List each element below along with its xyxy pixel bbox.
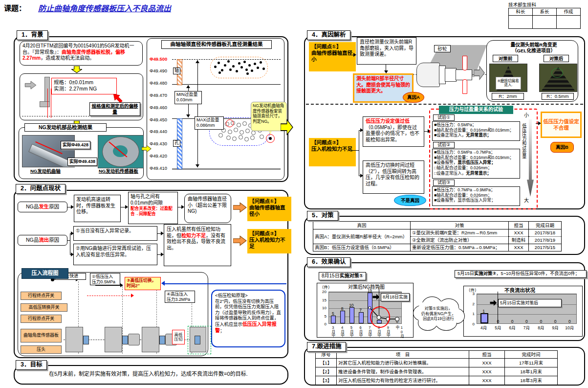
fu-row: 【3】 对压入机低压检知力有效性的检定方法进行研讨。 XXX 18年3月末 [316,376,558,385]
bar-xlabel: 5月中 [349,325,353,338]
probe-wear-note: R磨损切屑易进入. [496,77,521,90]
approval-cell-empty [533,16,557,29]
before-label: 对策前 [493,55,518,62]
section6-tab: 6．效果确认 [307,257,350,267]
occurrence-cause-text: NG品发生原因 [26,204,59,210]
label-sensor-plate: 曲轴角度传感器板 [21,329,62,342]
cloud-text: 对策①实施后，仍有偶发NG产生，因此8月19日进行 [414,302,463,325]
cm-date: 2017/8/19 [529,237,562,244]
red-dashed-connector [87,296,132,296]
bar-xlabel: 7月 [520,325,534,331]
black-right-arrow [490,300,497,306]
bar-xlabel: 9月 [548,325,562,331]
bar-xlabel: 4月中 [340,325,344,338]
section4-tab: 4．真因解析 [307,30,350,40]
hole-data-point [245,129,250,133]
arrowhead [196,164,199,167]
bar-chart-ytick: 1 [467,312,475,317]
exp-line: ■设备报警，显示低压压入异常； [434,198,518,203]
min-interference-box: MIN过盈量 0.03mm [174,91,202,104]
root-cause-a-badge: 真因A [403,92,424,103]
cm-measure: ②全数测定（流出防止对策） [411,237,509,244]
incident-description-box: 4月20日TFTM返回编号为00154901的5GR发动机一台。『异常现象』：曲… [20,41,143,66]
yellow-down-arrow [71,66,82,73]
report-page: 课题： 防止曲轴角度传感器板压入不良品流出 技术部生技科 科长 系长 作成 1．… [0,0,588,388]
shaft-data-point [248,64,251,67]
principle-text-end: ； [220,328,224,333]
dept-label: 技术部生技科 [508,2,536,8]
outflow-cause-box: NG品流出原因 [18,235,67,246]
yellow-right-arrow [142,145,152,153]
cm-row: 真因B：低压压力设定值低（0.5MPa） 重新设定低压压力值：0.5MPa→0.… [313,244,562,251]
cm-header-date: 完成日期 [529,222,562,229]
orange-right-arrow [233,202,247,213]
cm-cause-b: 真因B：低压压力设定值低（0.5MPa） [313,244,411,251]
arrowhead [186,114,190,117]
black-right-arrow [372,294,380,300]
topic-label: 课题： [4,4,26,13]
bar-xlabel: 9月中 [386,325,390,338]
arrowhead [186,85,190,88]
orange-right-arrow [233,235,247,247]
gray-right-arrow [24,81,38,90]
cause-a-box: 直径检测量仪测头前端R角部磨损，夹入切屑，导致测量误差。 [357,37,416,65]
section5-tab: 5．对策 [307,211,338,221]
shaft-data-point [251,69,253,72]
occurrence-cause-box: NG品发生原因 [18,202,67,212]
problem1-box: 【问题点①】 曲轴传感器轴直径小 [247,197,291,221]
cm-cause-a: 真因A：量仪测头前端R部半径大（R=2mm） [313,229,411,244]
sensor-plate-foot [40,101,50,107]
bar-xlabel: 6月 [505,325,520,331]
offset-diagram-box: 规格：0±0.01mm 实测：2.27mm NG 规格值和测定后的偏移量 [20,73,143,120]
press-piece [83,336,89,344]
bar-xlabel: 10月中 [395,325,404,338]
actual-diameter-callout-2: 实际Φ49.438 [67,158,97,166]
root-cause-divider [306,104,583,105]
max-interference-box: MAX过盈量 0.086mm [195,116,224,130]
shaft-data-point [260,61,262,64]
measure2-date-label: 5月15日实施对策②，5~10月份低压异常0件，不良流出0件； [455,270,587,278]
probe-r-highlight [551,68,563,78]
page-title: 防止曲轴角度传感器板压入不良品流出 [38,4,171,14]
may15-callout: 5月15日实施对策后 [498,299,562,307]
problem2-title: 【问题点②】 [249,230,289,237]
red-arrowhead [131,294,134,297]
hole-data-point [234,128,238,132]
center-axis-line [22,116,141,116]
cm-header-cause: 真因 [313,222,411,229]
hole-data-point [250,136,255,140]
hole-data-point [237,123,241,127]
probe-photo-before: R磨损切屑易进入. [489,64,527,92]
shaft-data-point [243,61,246,63]
switch-label-origin: 行程原点开关 [21,315,62,323]
bar-value-label: 0 [563,319,577,324]
press-station-fixture [65,327,83,352]
incident-text-post: ，造成发动机无法启动。 [41,55,94,61]
goal-text: 在5月末前，制定并实施有效对策，提高压入机检知力，达成不良流出件数=0的目标. [49,371,248,378]
bar-value-label: 0 [534,319,548,324]
shaft-data-point [245,68,248,71]
callout-pointer-line [379,287,379,315]
bar-chart-ytick: 5 [319,314,327,319]
exp-line: □轴孔配合过盈量：0.026mm； [434,165,518,171]
crankshaft-body [416,63,440,87]
fu-header-item: 项 目 [337,351,469,359]
fu-date: 18年1月末 [505,367,558,376]
exp1-box: ■低压压力：0.5MPa； ■轴孔配合过盈量：0.016mm和0.019mm； … [432,121,520,141]
exp-line: ■设备正常压入，无异常显示； [434,133,518,138]
measurement-ytick: Φ49.460 [150,105,171,111]
axis-caption: 低压压力和过盈量 [521,123,526,192]
hole-data-point [240,130,244,135]
gridline-49412 [172,168,281,170]
cm-date: 2017/5/15 [529,244,562,251]
approval-col-kacho: 科长 [509,8,533,16]
cm-date: 2017/8/18 [529,229,562,237]
comment-cloud: 对策①实施后，仍有偶发NG产生，因此8月19日进行 [413,297,464,331]
fu-header-no: 序号 [316,351,337,359]
axis-big-label: 大 [524,198,529,204]
shaft-data-point [218,62,220,64]
plot-gridline [477,294,576,295]
exp3-box: ■低压压力：0.7MPa→0.9MPa； ■轴孔配合过盈量：0.026mm； ■… [432,186,520,206]
fu-item: 对压入机低压检知力有效性的检定方法进行研讨。 [337,376,469,385]
fu-owner: XXX [469,367,505,376]
